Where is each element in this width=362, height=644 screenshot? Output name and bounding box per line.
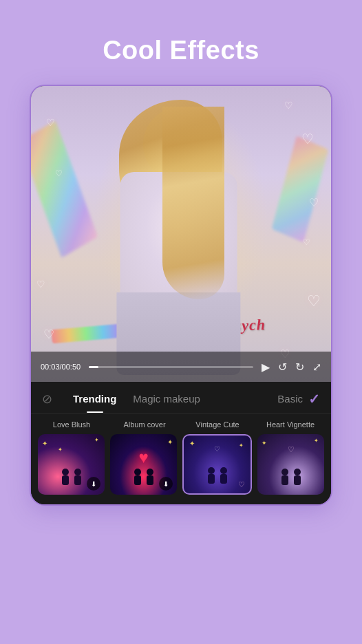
silhouette-svg-2	[200, 464, 235, 488]
filters-row: Love Blush Album cover Vintage Cute Hear…	[31, 414, 331, 504]
filter-thumb-vintage-cute[interactable]: ✦ ✦ ♡ ♡	[182, 434, 252, 495]
filter-thumbs: ✦ ✦ ✦ ⬇ ♥ ✦	[38, 434, 324, 495]
heart-thumb-2: ♥	[138, 448, 148, 467]
filter-label-0: Love Blush	[38, 420, 105, 429]
sparkle-heart-1: ✦	[262, 440, 267, 447]
page-title: Cool Effects	[103, 36, 259, 65]
heart-decoration-1: ♡	[46, 117, 55, 128]
progress-fill	[89, 366, 98, 368]
tab-magic-makeup[interactable]: Magic makeup	[125, 390, 209, 407]
time-display: 00:03/00:50	[41, 363, 81, 371]
filter-thumb-album-cover[interactable]: ♥ ✦ ⬇	[110, 434, 177, 495]
tabs-bar: ⊘ Trending Magic makeup Basic ✓	[31, 382, 331, 414]
svg-rect-7	[147, 475, 153, 485]
heart-decoration-7: ♡	[43, 327, 54, 342]
heart-thumb-3: ♡	[214, 445, 220, 453]
filter-thumb-heart-vignette[interactable]: ✦ ✦ ♡	[257, 434, 324, 495]
svg-point-14	[294, 469, 301, 475]
heart-decoration-5: ♡	[303, 237, 310, 247]
filter-label-1: Album cover	[111, 420, 178, 429]
person-hair-front	[162, 107, 224, 299]
svg-point-2	[74, 469, 81, 475]
tab-trending[interactable]: Trending	[65, 390, 125, 407]
undo-button[interactable]: ↺	[278, 361, 287, 374]
filter-thumb-love-blush[interactable]: ✦ ✦ ✦ ⬇	[38, 434, 105, 495]
silhouette-svg-0	[54, 465, 89, 489]
sparkle-2: ✦	[94, 437, 99, 443]
svg-rect-5	[134, 475, 141, 485]
heart-thumb-4: ♡	[288, 445, 295, 454]
filter-label-3: Heart Vignette	[257, 420, 324, 429]
video-controls: 00:03/00:50 ▶ ↺ ↻ ⤢	[31, 352, 331, 382]
sparkle-album-1: ✦	[167, 438, 173, 446]
sparkle-vintage-1: ✦	[189, 440, 195, 447]
filter-labels: Love Blush Album cover Vintage Cute Hear…	[38, 420, 324, 429]
download-badge-1[interactable]: ⬇	[159, 477, 173, 491]
svg-rect-11	[220, 474, 227, 484]
redo-button[interactable]: ↻	[295, 361, 304, 374]
svg-rect-13	[281, 475, 288, 485]
svg-rect-3	[74, 475, 81, 485]
silhouette-svg-1	[127, 465, 161, 489]
heart-decoration-6: ♡	[307, 292, 321, 310]
heart-decoration-8: ♡	[36, 279, 45, 290]
sparkle-3: ✦	[58, 447, 63, 453]
filter-label-2: Vintage Cute	[184, 420, 251, 429]
sparkle-heart-2: ✦	[314, 438, 319, 444]
expand-button[interactable]: ⤢	[312, 361, 321, 374]
svg-rect-1	[62, 475, 69, 485]
progress-bar[interactable]	[89, 366, 253, 368]
svg-point-6	[147, 469, 153, 475]
tab-basic-label[interactable]: Basic	[277, 393, 303, 405]
svg-point-0	[62, 469, 69, 475]
svg-point-4	[134, 469, 141, 475]
video-area: psych ♡ ♡ ♡ ♡ ♡ ♡ ♡ ♡ ♡ ♡ 00:03/00:50 ▶ …	[31, 86, 331, 382]
heart-decoration-4: ♡	[309, 196, 319, 209]
no-icon[interactable]: ⊘	[42, 391, 52, 407]
check-icon[interactable]: ✓	[308, 391, 320, 407]
heart-thumb-3b: ♡	[238, 480, 245, 489]
play-button[interactable]: ▶	[262, 361, 270, 374]
download-badge-0[interactable]: ⬇	[87, 477, 100, 491]
heart-decoration-3: ♡	[301, 131, 314, 147]
svg-point-8	[208, 467, 215, 474]
heart-decoration-2: ♡	[284, 100, 293, 111]
svg-point-10	[220, 467, 227, 474]
silhouette-svg-3	[274, 465, 308, 489]
svg-point-12	[281, 469, 288, 475]
sparkle-vintage-2: ✦	[239, 442, 244, 449]
sparkle-1: ✦	[42, 440, 47, 447]
phone-card: psych ♡ ♡ ♡ ♡ ♡ ♡ ♡ ♡ ♡ ♡ 00:03/00:50 ▶ …	[30, 85, 332, 506]
heart-decoration-9: ♡	[55, 169, 63, 178]
svg-rect-9	[208, 474, 215, 484]
svg-rect-15	[294, 475, 301, 485]
